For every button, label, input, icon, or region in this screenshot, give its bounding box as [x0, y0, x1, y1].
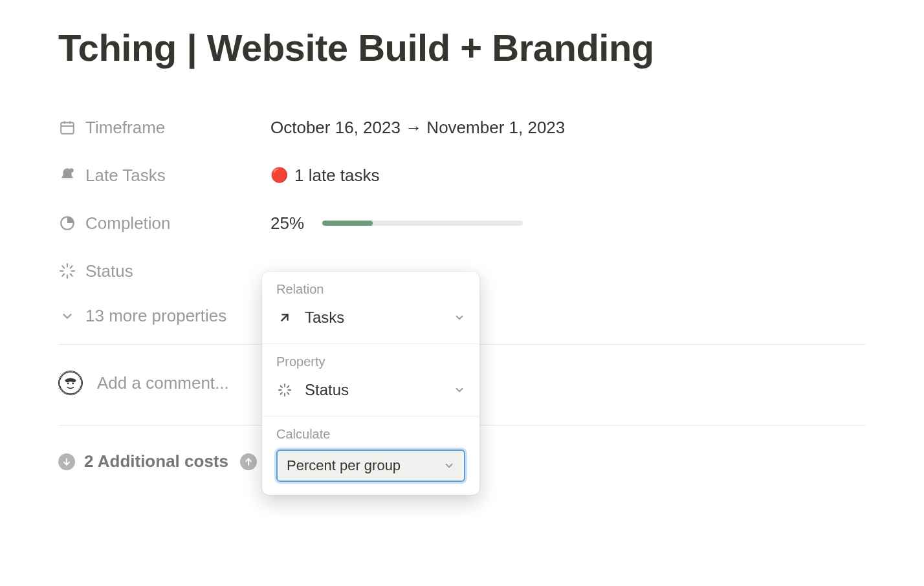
- status-loading-icon: [276, 382, 293, 398]
- relation-value: Tasks: [305, 309, 344, 327]
- svg-point-4: [69, 168, 74, 173]
- relation-select[interactable]: Tasks: [276, 305, 465, 331]
- progress-fill: [322, 221, 373, 226]
- svg-rect-0: [61, 122, 74, 133]
- property-label: Timeframe: [58, 118, 270, 138]
- comment-placeholder[interactable]: Add a comment...: [97, 373, 229, 393]
- property-label-text: Status: [85, 261, 133, 281]
- svg-line-13: [71, 266, 72, 268]
- bell-icon: [58, 166, 76, 184]
- svg-line-8: [62, 266, 64, 268]
- rollup-config-popover: Relation Tasks Property: [262, 272, 479, 495]
- svg-line-22: [281, 386, 283, 388]
- popover-relation-section: Relation Tasks: [262, 272, 479, 343]
- chevron-down-icon: [454, 312, 465, 323]
- popover-section-label: Calculate: [276, 427, 465, 442]
- property-value[interactable]: 🔴 1 late tasks: [270, 166, 380, 186]
- avatar: [58, 371, 83, 395]
- arrow-up-circle-icon: [240, 453, 257, 470]
- calendar-icon: [58, 118, 76, 136]
- svg-line-23: [287, 393, 289, 395]
- svg-line-9: [71, 274, 72, 276]
- property-value[interactable]: October 16, 2023 → November 1, 2023: [270, 118, 565, 138]
- property-label: Completion: [58, 213, 270, 233]
- page-title: Tching | Website Build + Branding: [58, 26, 866, 69]
- calculate-select[interactable]: Percent per group: [276, 450, 465, 482]
- svg-line-12: [62, 274, 64, 276]
- red-dot-icon: 🔴: [270, 167, 288, 184]
- svg-point-14: [60, 372, 82, 394]
- property-timeframe[interactable]: Timeframe October 16, 2023 → November 1,…: [58, 108, 866, 147]
- svg-line-27: [287, 386, 289, 388]
- late-tasks-text: 1 late tasks: [294, 166, 380, 186]
- additional-costs-text: 2 Additional costs: [84, 451, 228, 472]
- svg-line-26: [281, 393, 283, 395]
- status-loading-icon: [58, 262, 76, 280]
- property-value[interactable]: 25%: [270, 213, 523, 233]
- popover-section-label: Relation: [276, 282, 465, 297]
- svg-line-19: [281, 314, 287, 320]
- property-late-tasks[interactable]: Late Tasks 🔴 1 late tasks: [58, 156, 866, 195]
- chevron-down-icon: [443, 460, 455, 472]
- relation-arrow-icon: [276, 309, 293, 326]
- property-completion[interactable]: Completion 25%: [58, 204, 866, 243]
- svg-point-16: [72, 383, 74, 385]
- calculate-value: Percent per group: [287, 457, 401, 474]
- popover-calculate-section: Calculate Percent per group: [262, 416, 479, 495]
- property-label: Status: [58, 261, 270, 281]
- arrow-down-circle-icon: [58, 453, 75, 470]
- popover-section-label: Property: [276, 354, 465, 369]
- progress-bar: [322, 221, 523, 226]
- more-properties-text: 13 more properties: [85, 306, 226, 326]
- chevron-down-icon: [454, 384, 465, 396]
- property-label: Late Tasks: [58, 166, 270, 186]
- property-select[interactable]: Status: [276, 377, 465, 403]
- pie-icon: [58, 214, 76, 232]
- property-value-text: Status: [305, 381, 349, 399]
- property-label-text: Timeframe: [85, 118, 165, 138]
- svg-point-15: [67, 383, 69, 385]
- property-label-text: Late Tasks: [85, 166, 166, 186]
- property-label-text: Completion: [85, 213, 171, 233]
- popover-property-section: Property Status: [262, 343, 479, 416]
- chevron-down-icon: [58, 307, 76, 325]
- completion-percent: 25%: [270, 213, 304, 233]
